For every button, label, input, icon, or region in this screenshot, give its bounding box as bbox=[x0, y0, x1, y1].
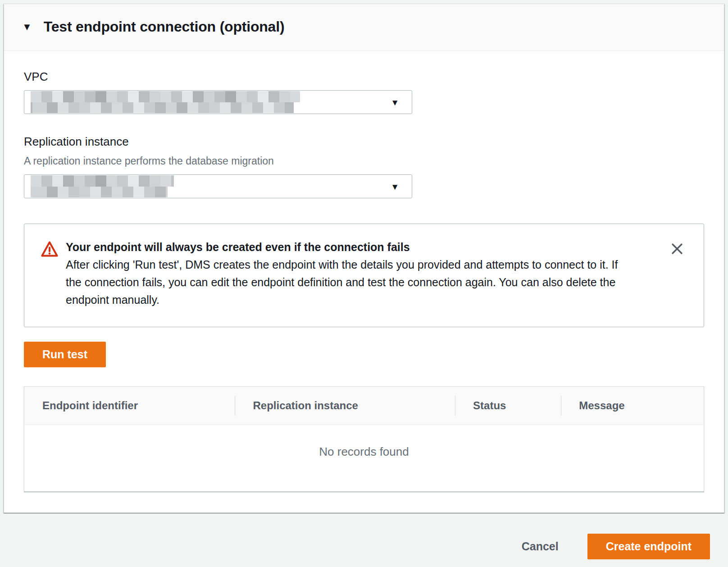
page: ▼ Test endpoint connection (optional) VP… bbox=[0, 0, 728, 559]
panel-body: VPC ▼ Replication instance A replication… bbox=[4, 51, 724, 512]
connection-results-table: Endpoint identifier Replication instance… bbox=[24, 386, 704, 492]
caret-down-icon: ▼ bbox=[391, 182, 399, 191]
replication-instance-description: A replication instance performs the data… bbox=[24, 155, 704, 167]
footer-actions: Cancel Create endpoint bbox=[4, 513, 724, 559]
cancel-button[interactable]: Cancel bbox=[517, 534, 563, 559]
vpc-label: VPC bbox=[24, 70, 704, 84]
replication-instance-redacted-value bbox=[31, 175, 174, 197]
replication-instance-field: Replication instance A replication insta… bbox=[24, 135, 704, 198]
table-empty-state: No records found bbox=[24, 425, 704, 491]
warning-alert: Your endpoint will always be created eve… bbox=[24, 224, 704, 327]
vpc-redacted-value bbox=[31, 91, 300, 113]
column-header-message: Message bbox=[561, 387, 704, 425]
column-header-replication-instance: Replication instance bbox=[235, 387, 455, 425]
alert-title: Your endpoint will always be created eve… bbox=[66, 238, 632, 256]
replication-instance-label: Replication instance bbox=[24, 135, 704, 149]
test-endpoint-connection-panel: ▼ Test endpoint connection (optional) VP… bbox=[4, 4, 724, 513]
vpc-field: VPC ▼ bbox=[24, 70, 704, 114]
vpc-select[interactable]: ▼ bbox=[24, 90, 412, 114]
warning-triangle-icon bbox=[41, 241, 59, 309]
section-header-toggle[interactable]: ▼ Test endpoint connection (optional) bbox=[4, 4, 724, 51]
alert-text: Your endpoint will always be created eve… bbox=[66, 238, 632, 309]
page-title: Test endpoint connection (optional) bbox=[44, 18, 285, 35]
column-header-endpoint-identifier: Endpoint identifier bbox=[24, 387, 235, 425]
table-header-row: Endpoint identifier Replication instance… bbox=[24, 387, 704, 425]
run-test-button[interactable]: Run test bbox=[24, 342, 106, 367]
alert-body: After clicking 'Run test', DMS creates t… bbox=[66, 256, 632, 309]
column-header-status: Status bbox=[455, 387, 561, 425]
caret-down-icon: ▼ bbox=[391, 98, 399, 106]
close-icon[interactable] bbox=[670, 242, 684, 256]
replication-instance-select[interactable]: ▼ bbox=[24, 174, 412, 198]
create-endpoint-button[interactable]: Create endpoint bbox=[587, 534, 710, 559]
caret-down-icon: ▼ bbox=[22, 22, 32, 32]
